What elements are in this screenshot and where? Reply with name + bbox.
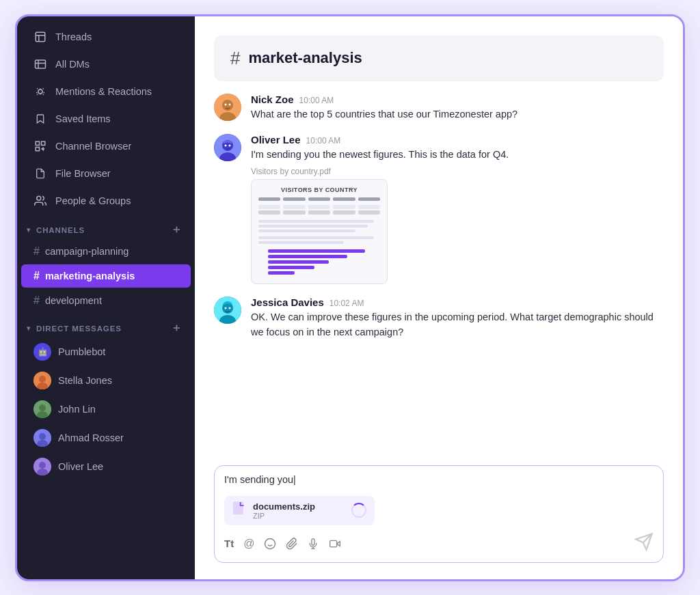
oliver-msg-header: Oliver Lee 10:00 AM [251, 134, 661, 146]
svg-rect-36 [234, 502, 243, 514]
sidebar-item-threads[interactable]: Threads [21, 24, 191, 50]
people-groups-icon [33, 194, 47, 208]
dm-chevron-icon[interactable]: ▾ [27, 324, 31, 332]
file-browser-label: File Browser [55, 168, 111, 179]
channel-marketing-label: marketing-analysis [45, 271, 135, 281]
messages-area: Nick Zoe 10:00 AM What are the top 5 cou… [214, 94, 664, 454]
attachment-preview: documents.zip ZIP [224, 496, 375, 525]
oliver-text: I'm sending you the newest figures. This… [251, 148, 661, 163]
nick-name: Nick Zoe [251, 94, 294, 105]
input-text[interactable]: I'm sending you| [224, 474, 654, 489]
video-button[interactable] [328, 538, 342, 549]
nick-msg-content: Nick Zoe 10:00 AM What are the top 5 cou… [251, 94, 661, 122]
attachment-label: Visitors by country.pdf [251, 167, 661, 176]
svg-point-10 [39, 376, 46, 383]
voice-button[interactable] [308, 538, 319, 550]
sidebar: Threads All DMs Mentions & Reactions Sav… [17, 16, 195, 579]
pumblebot-avatar: 🤖 [33, 343, 51, 361]
channel-browser-label: Channel Browser [55, 141, 131, 152]
attachment-info: documents.zip ZIP [253, 501, 345, 520]
svg-point-25 [229, 103, 231, 105]
svg-point-8 [37, 196, 41, 200]
channel-hash-icon: # [33, 245, 40, 258]
threads-label: Threads [55, 31, 92, 42]
send-button[interactable] [634, 532, 654, 555]
jessica-msg-header: Jessica Davies 10:02 AM [251, 296, 661, 308]
attachment-chart: VISITORS BY COUNTRY [251, 179, 388, 284]
attach-chart-title: VISITORS BY COUNTRY [258, 186, 380, 193]
message-jessica: Jessica Davies 10:02 AM OK. We can impro… [214, 296, 661, 340]
sidebar-item-all-dms[interactable]: All DMs [21, 51, 191, 77]
sidebar-item-file-browser[interactable]: File Browser [21, 161, 191, 186]
dm-item-pumblebot[interactable]: 🤖 Pumblebot [21, 338, 191, 365]
dm-item-ahmad[interactable]: Ahmad Rosser [21, 424, 191, 452]
jessica-avatar [214, 296, 241, 324]
channels-section-header: ▾ CHANNELS ＋ [17, 219, 195, 239]
message-input-area[interactable]: I'm sending you| documents.zip ZIP Tt @ [214, 465, 664, 563]
oliver-msg-content: Oliver Lee 10:00 AM I'm sending you the … [251, 134, 661, 284]
nick-time: 10:00 AM [299, 96, 334, 105]
nick-avatar [214, 94, 241, 121]
nick-msg-header: Nick Zoe 10:00 AM [251, 94, 661, 105]
jessica-msg-content: Jessica Davies 10:02 AM OK. We can impro… [251, 296, 661, 340]
sidebar-item-mentions[interactable]: Mentions & Reactions [21, 79, 191, 105]
channels-chevron-icon[interactable]: ▾ [27, 226, 31, 234]
add-channel-button[interactable]: ＋ [170, 224, 183, 236]
emoji-button[interactable] [264, 538, 276, 550]
jessica-text: OK. We can improve these figures in the … [251, 310, 661, 340]
channel-hash-active-icon: # [33, 270, 40, 282]
dm-section-header: ▾ DIRECT MESSAGES ＋ [17, 317, 195, 337]
people-groups-label: People & Groups [55, 195, 131, 206]
oliver-time: 10:00 AM [306, 136, 341, 146]
add-dm-button[interactable]: ＋ [170, 322, 183, 335]
svg-point-37 [265, 538, 275, 549]
toolbar-left: Tt @ [224, 538, 342, 550]
mention-button[interactable]: @ [243, 538, 254, 550]
attach-file-button[interactable] [286, 538, 298, 550]
svg-point-24 [225, 103, 227, 105]
nick-text: What are the top 5 countries that use ou… [251, 107, 661, 122]
sidebar-item-people-groups[interactable]: People & Groups [21, 188, 191, 214]
mentions-icon [33, 85, 47, 98]
all-dms-label: All DMs [55, 59, 90, 70]
message-toolbar: Tt @ [224, 532, 654, 555]
dm-item-john[interactable]: John Lin [21, 396, 191, 423]
sidebar-item-saved[interactable]: Saved Items [21, 106, 191, 132]
svg-point-34 [225, 307, 227, 309]
john-avatar [33, 400, 51, 418]
saved-icon [33, 112, 47, 126]
channel-item-marketing-analysis[interactable]: # marketing-analysis [21, 264, 191, 288]
jessica-name: Jessica Davies [251, 296, 324, 308]
format-text-button[interactable]: Tt [224, 538, 234, 549]
attachment-filetype: ZIP [253, 512, 345, 520]
dm-item-oliver[interactable]: Oliver Lee [21, 453, 191, 480]
upload-spinner [351, 503, 366, 518]
svg-rect-43 [330, 540, 337, 546]
svg-marker-42 [337, 541, 340, 546]
attachment-file-icon [232, 501, 246, 520]
app-container: Threads All DMs Mentions & Reactions Sav… [15, 14, 685, 581]
stella-label: Stella Jones [58, 375, 112, 386]
main-chat-area: # market-analysis [195, 16, 683, 579]
channel-browser-icon [33, 139, 47, 153]
message-oliver: Oliver Lee 10:00 AM I'm sending you the … [214, 134, 661, 284]
threads-icon [33, 30, 47, 44]
svg-point-16 [39, 433, 46, 440]
ahmad-avatar [33, 429, 51, 447]
svg-point-30 [229, 145, 231, 147]
attachment-filename: documents.zip [253, 501, 345, 512]
channel-item-campaign-planning[interactable]: # campaign-planning [21, 240, 191, 263]
channel-campaign-label: campaign-planning [45, 246, 129, 257]
oliver-label: Oliver Lee [58, 461, 103, 472]
channel-header-name: market-analysis [248, 49, 362, 67]
dm-item-stella[interactable]: Stella Jones [21, 367, 191, 394]
message-nick: Nick Zoe 10:00 AM What are the top 5 cou… [214, 94, 661, 122]
file-browser-icon [33, 167, 47, 180]
channel-item-development[interactable]: # development [21, 289, 191, 312]
john-label: John Lin [58, 404, 96, 415]
mentions-label: Mentions & Reactions [55, 86, 152, 97]
saved-label: Saved Items [55, 113, 111, 124]
channel-hash-dev-icon: # [33, 294, 40, 307]
all-dms-icon [33, 57, 47, 71]
sidebar-item-channel-browser[interactable]: Channel Browser [21, 133, 191, 159]
